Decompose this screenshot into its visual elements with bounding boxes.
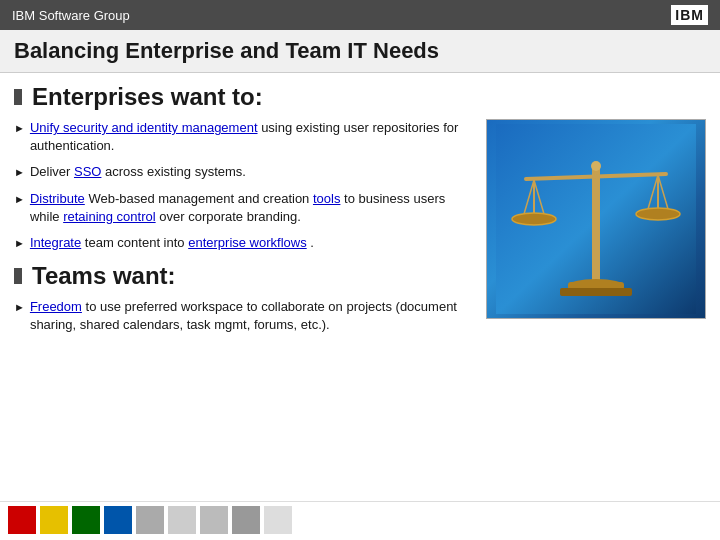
list-item: ► Unify security and identity management…: [14, 119, 470, 155]
balance-scale-image: [486, 119, 706, 319]
toolbar-btn-yellow[interactable]: [40, 506, 68, 534]
enterprises-heading: Enterprises want to:: [14, 83, 706, 111]
item-1-link[interactable]: Unify security and identity management: [30, 120, 258, 135]
right-column: [486, 119, 706, 495]
enterprises-heading-text: Enterprises want to:: [32, 83, 263, 111]
item-4-rest2: .: [310, 235, 314, 250]
item-3-link1[interactable]: Distribute: [30, 191, 85, 206]
item-4-rest1: team content into: [85, 235, 188, 250]
content-columns: ► Unify security and identity management…: [14, 119, 706, 495]
ibm-logo-text: IBM: [671, 5, 708, 25]
toolbar-btn-gray1[interactable]: [136, 506, 164, 534]
teams-item-1-rest: to use preferred workspace to collaborat…: [30, 299, 457, 332]
toolbar-btn-gray5[interactable]: [264, 506, 292, 534]
item-3-link2[interactable]: tools: [313, 191, 340, 206]
item-4-text: Integrate team content into enterprise w…: [30, 234, 470, 252]
svg-rect-4: [560, 288, 632, 296]
item-2-prefix: Deliver: [30, 164, 74, 179]
bullet-arrow-icon: ►: [14, 165, 25, 180]
bullet-arrow-icon: ►: [14, 121, 25, 136]
item-3-rest3: over corporate branding.: [159, 209, 301, 224]
bullet-arrow-icon: ►: [14, 300, 25, 315]
item-1-text: Unify security and identity management u…: [30, 119, 470, 155]
item-3-rest1: Web-based management and creation: [88, 191, 313, 206]
page-title-bar: Balancing Enterprise and Team IT Needs: [0, 30, 720, 73]
item-2-text: Deliver SSO across existing systems.: [30, 163, 470, 181]
enterprises-list: ► Unify security and identity management…: [14, 119, 470, 252]
bullet-arrow-icon: ►: [14, 192, 25, 207]
list-item: ► Deliver SSO across existing systems.: [14, 163, 470, 181]
svg-point-14: [636, 208, 680, 220]
enterprises-bullet: [14, 89, 22, 105]
teams-item-1-text: Freedom to use preferred workspace to co…: [30, 298, 470, 334]
svg-rect-1: [592, 164, 600, 284]
main-content: Enterprises want to: ► Unify security an…: [0, 73, 720, 501]
list-item: ► Freedom to use preferred workspace to …: [14, 298, 470, 334]
toolbar-btn-green[interactable]: [72, 506, 100, 534]
header-title: IBM Software Group: [12, 8, 130, 23]
teams-list: ► Freedom to use preferred workspace to …: [14, 298, 470, 334]
item-4-link2[interactable]: enterprise workflows: [188, 235, 307, 250]
bullet-arrow-icon: ►: [14, 236, 25, 251]
item-2-rest: across existing systems.: [105, 164, 246, 179]
bottom-toolbar: [0, 501, 720, 537]
toolbar-btn-red[interactable]: [8, 506, 36, 534]
toolbar-btn-gray2[interactable]: [168, 506, 196, 534]
item-4-link1[interactable]: Integrate: [30, 235, 81, 250]
item-3-text: Distribute Web-based management and crea…: [30, 190, 470, 226]
item-2-link[interactable]: SSO: [74, 164, 101, 179]
svg-point-6: [591, 161, 601, 171]
header-bar: IBM Software Group IBM: [0, 0, 720, 30]
ibm-logo: IBM: [671, 5, 708, 25]
teams-section: Teams want: ► Freedom to use preferred w…: [14, 262, 470, 334]
toolbar-btn-gray4[interactable]: [232, 506, 260, 534]
teams-heading: Teams want:: [14, 262, 470, 290]
list-item: ► Integrate team content into enterprise…: [14, 234, 470, 252]
toolbar-btn-blue[interactable]: [104, 506, 132, 534]
toolbar-btn-gray3[interactable]: [200, 506, 228, 534]
svg-point-10: [512, 213, 556, 225]
teams-bullet: [14, 268, 22, 284]
balance-svg: [496, 124, 696, 314]
page-title: Balancing Enterprise and Team IT Needs: [14, 38, 706, 64]
item-3-link3[interactable]: retaining control: [63, 209, 156, 224]
teams-item-1-link[interactable]: Freedom: [30, 299, 82, 314]
teams-heading-text: Teams want:: [32, 262, 176, 290]
list-item: ► Distribute Web-based management and cr…: [14, 190, 470, 226]
left-column: ► Unify security and identity management…: [14, 119, 470, 495]
